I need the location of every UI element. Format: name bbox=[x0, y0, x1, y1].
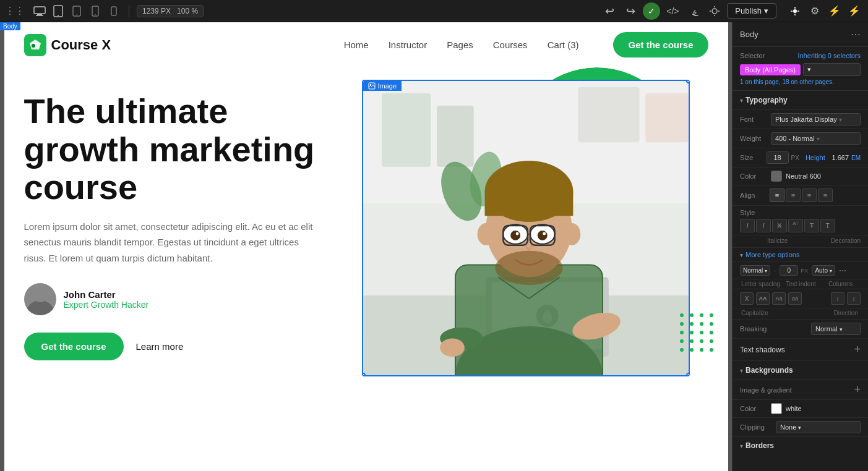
image-gradient-row: Image & gradient + bbox=[733, 380, 868, 400]
hero-section: The ultimate growth marketing course Lor… bbox=[4, 67, 728, 376]
logo-text: Course X bbox=[51, 37, 111, 53]
bg-color-row: Color white bbox=[733, 400, 868, 418]
instructor-name: John Carter bbox=[64, 289, 149, 300]
italicize-label: Italicize bbox=[740, 237, 770, 244]
align-center-button[interactable]: ≡ bbox=[786, 189, 801, 202]
panel-header: Body ⋯ bbox=[733, 22, 868, 47]
backgrounds-label: Backgrounds bbox=[746, 366, 861, 375]
more-type-options-row[interactable]: ▾ More type options bbox=[733, 248, 868, 262]
clipping-select[interactable]: None ▾ bbox=[776, 421, 861, 433]
code-button[interactable]: </> bbox=[664, 2, 681, 20]
hero-person-image bbox=[363, 81, 689, 375]
small-tablet-icon[interactable] bbox=[69, 4, 84, 19]
transform-aa2-btn[interactable]: Aa bbox=[772, 292, 786, 305]
align-justify-button[interactable]: ≡ bbox=[818, 189, 833, 202]
extras-icon[interactable]: ⚡ bbox=[846, 2, 863, 20]
share-button[interactable] bbox=[685, 2, 702, 20]
publish-button[interactable]: Publish ▾ bbox=[727, 3, 776, 19]
font-select[interactable]: Plus Jakarta Display ▾ bbox=[771, 113, 861, 125]
auto-select[interactable]: Auto ▾ bbox=[812, 265, 835, 276]
hero-learn-more[interactable]: Learn more bbox=[136, 341, 184, 352]
borders-section-header[interactable]: ▾ Borders bbox=[733, 437, 868, 454]
size-input[interactable] bbox=[767, 151, 789, 164]
direction-up-btn[interactable]: ↕ bbox=[831, 292, 844, 305]
style-panel-icon[interactable] bbox=[786, 2, 804, 20]
main-area: Body Course X Home Instructor Pages Cour… bbox=[0, 22, 868, 471]
selection-handle-bl[interactable] bbox=[362, 373, 366, 376]
ai-button[interactable] bbox=[706, 2, 723, 20]
align-row: Align ≡ ≡ ≡ ≡ bbox=[733, 185, 868, 206]
hero-cta-button[interactable]: Get the course bbox=[24, 333, 124, 360]
typography-section-header[interactable]: ▾ Typography bbox=[733, 91, 868, 110]
nav-instructor[interactable]: Instructor bbox=[389, 40, 428, 50]
hero-image[interactable]: Image bbox=[362, 80, 690, 376]
dot-grid bbox=[680, 313, 715, 352]
bg-color-value: white bbox=[786, 405, 802, 412]
italic-button-2[interactable]: I bbox=[756, 219, 771, 232]
mobile-icon[interactable] bbox=[88, 4, 103, 19]
nav-pages[interactable]: Pages bbox=[447, 40, 473, 50]
more-dots[interactable]: ⋯ bbox=[839, 266, 846, 275]
text-shadows-row: Text shadows + bbox=[733, 339, 868, 361]
direction-down-btn[interactable]: ↕ bbox=[847, 292, 861, 305]
drag-handle[interactable]: ⋮⋮ bbox=[5, 5, 25, 17]
right-panel: Body ⋯ Selector Inheriting 0 selectors B… bbox=[732, 22, 868, 471]
svg-rect-43 bbox=[484, 192, 573, 216]
superscript-button[interactable]: A↑ bbox=[788, 219, 803, 232]
nav-cart[interactable]: Cart (3) bbox=[548, 40, 579, 50]
nav-cta-button[interactable]: Get the course bbox=[613, 32, 708, 57]
panel-menu-dots[interactable]: ⋯ bbox=[851, 28, 861, 40]
selector-dropdown[interactable]: ▾ bbox=[803, 63, 861, 76]
desktop-icon[interactable] bbox=[32, 4, 47, 19]
svg-rect-31 bbox=[645, 93, 688, 142]
nav-home[interactable]: Home bbox=[344, 40, 369, 50]
color-name: Neutral 600 bbox=[786, 172, 821, 180]
type-options-row: Normal ▾ - PX Auto ▾ ⋯ bbox=[733, 262, 868, 279]
style-row: Style I I X A↑ Ŧ Ṯ bbox=[733, 206, 868, 236]
svg-point-15 bbox=[793, 9, 797, 13]
capitalize-label: Capitalize bbox=[740, 310, 834, 316]
size-label: Size bbox=[740, 154, 764, 161]
underline-button[interactable]: Ṯ bbox=[820, 219, 835, 232]
image-label: Image bbox=[363, 81, 402, 91]
redo-button[interactable]: ↪ bbox=[622, 2, 639, 20]
settings-icon[interactable]: ⚙ bbox=[806, 2, 823, 20]
instructor-title-text: Expert Growth Hacker bbox=[64, 300, 149, 310]
breaking-select[interactable]: Normal ▾ bbox=[811, 323, 861, 335]
add-text-shadow-btn[interactable]: + bbox=[854, 343, 861, 356]
transform-x-btn[interactable]: X bbox=[740, 292, 754, 305]
logo[interactable]: Course X bbox=[24, 34, 111, 56]
status-check: ✓ bbox=[643, 2, 660, 20]
clipping-label: Clipping bbox=[740, 423, 772, 431]
align-label: Align bbox=[740, 192, 767, 199]
color-swatch[interactable] bbox=[771, 171, 782, 182]
weight-select[interactable]: 400 - Normal ▾ bbox=[771, 132, 861, 145]
align-left-button[interactable]: ≡ bbox=[770, 189, 784, 202]
strikethrough-button[interactable]: X bbox=[772, 219, 787, 232]
small-mobile-icon[interactable] bbox=[106, 4, 121, 19]
italic-button[interactable]: I bbox=[740, 219, 755, 232]
backgrounds-section-header[interactable]: ▾ Backgrounds bbox=[733, 361, 868, 380]
selection-handle-br[interactable] bbox=[686, 373, 690, 376]
undo-button[interactable]: ↩ bbox=[601, 2, 618, 20]
strikethrough-btn-2[interactable]: Ŧ bbox=[804, 219, 819, 232]
tablet-icon[interactable] bbox=[51, 4, 66, 19]
add-image-gradient-btn[interactable]: + bbox=[854, 383, 861, 396]
selector-pill[interactable]: Body (All Pages) bbox=[740, 64, 801, 75]
breaking-label: Breaking bbox=[740, 325, 807, 333]
interactions-icon[interactable]: ⚡ bbox=[826, 2, 843, 20]
bg-color-swatch[interactable] bbox=[771, 403, 782, 414]
style-buttons: I I X A↑ Ŧ Ṯ bbox=[740, 219, 835, 232]
transform-aa3-btn[interactable]: aa bbox=[788, 292, 802, 305]
transform-aa-btn[interactable]: AA bbox=[756, 292, 770, 305]
align-right-button[interactable]: ≡ bbox=[802, 189, 817, 202]
nav-courses[interactable]: Courses bbox=[493, 40, 528, 50]
normal-select[interactable]: Normal ▾ bbox=[740, 265, 770, 276]
type-offset-input[interactable] bbox=[780, 265, 798, 276]
svg-rect-30 bbox=[578, 87, 639, 142]
weight-label: Weight bbox=[740, 135, 767, 142]
panel-toggle-icons: ⚙ ⚡ ⚡ bbox=[786, 2, 863, 20]
canvas-size-info: 1239 PX 100 % bbox=[137, 5, 204, 17]
svg-point-51 bbox=[543, 232, 546, 235]
body-label: Body bbox=[0, 22, 20, 30]
